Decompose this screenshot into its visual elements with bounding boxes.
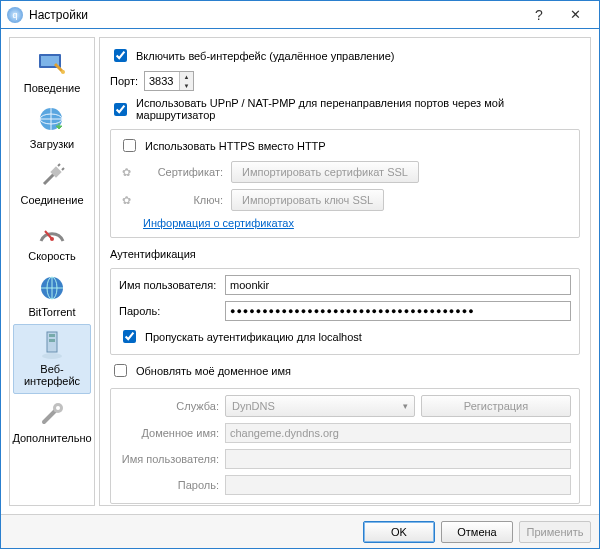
dyndns-group: Служба: DynDNS Регистрация Доменное имя:… xyxy=(110,388,580,504)
svg-rect-10 xyxy=(49,334,55,337)
sidebar-item-advanced[interactable]: Дополнительно xyxy=(13,394,91,450)
dyndns-pass-label: Пароль: xyxy=(119,479,219,491)
sidebar-item-behavior[interactable]: Поведение xyxy=(13,44,91,100)
skip-localhost-checkbox[interactable] xyxy=(123,330,136,343)
sidebar-item-bittorrent[interactable]: BitTorrent xyxy=(13,268,91,324)
username-input[interactable] xyxy=(225,275,571,295)
register-button[interactable]: Регистрация xyxy=(421,395,571,417)
service-label: Служба: xyxy=(119,400,219,412)
wrench-icon xyxy=(36,398,68,430)
import-key-button[interactable]: Импортировать ключ SSL xyxy=(231,189,384,211)
import-cert-button[interactable]: Импортировать сертификат SSL xyxy=(231,161,419,183)
cert-label: Сертификат: xyxy=(143,166,223,178)
dyndns-enable-label: Обновлять моё доменное имя xyxy=(136,365,291,377)
service-value: DynDNS xyxy=(232,400,275,412)
help-button[interactable]: ? xyxy=(521,7,557,23)
port-label: Порт: xyxy=(110,75,138,87)
spinner-buttons[interactable]: ▲▼ xyxy=(179,72,193,90)
sidebar-item-webui[interactable]: Веб-интерфейс xyxy=(13,324,91,394)
sidebar-item-speed[interactable]: Скорость xyxy=(13,212,91,268)
globe-download-icon xyxy=(36,104,68,136)
domain-input[interactable] xyxy=(225,423,571,443)
port-row: Порт: ▲▼ xyxy=(110,71,580,91)
svg-point-2 xyxy=(61,70,65,74)
dyndns-enable-row: Обновлять моё доменное имя xyxy=(110,361,580,380)
close-button[interactable]: ✕ xyxy=(557,7,593,22)
dyndns-pass-input[interactable] xyxy=(225,475,571,495)
https-group: Использовать HTTPS вместо HTTP ✿ Сертифи… xyxy=(110,129,580,238)
sidebar-item-label: Дополнительно xyxy=(12,432,91,444)
skip-localhost-label: Пропускать аутентификацию для localhost xyxy=(145,331,362,343)
cancel-button[interactable]: Отмена xyxy=(441,521,513,543)
sidebar-item-downloads[interactable]: Загрузки xyxy=(13,100,91,156)
sidebar-item-connection[interactable]: Соединение xyxy=(13,156,91,212)
service-combo[interactable]: DynDNS xyxy=(225,395,415,417)
https-label: Использовать HTTPS вместо HTTP xyxy=(145,140,326,152)
sidebar: Поведение Загрузки Соединение Скорость xyxy=(9,37,95,506)
username-label: Имя пользователя: xyxy=(119,279,219,291)
auth-title: Аутентификация xyxy=(110,248,580,260)
ok-button[interactable]: OK xyxy=(363,521,435,543)
window-body: Поведение Загрузки Соединение Скорость xyxy=(1,29,599,514)
https-checkbox[interactable] xyxy=(123,139,136,152)
footer: OK Отмена Применить xyxy=(1,514,599,548)
window-title: Настройки xyxy=(29,8,521,22)
content-panel: Включить веб-интерфейс (удалённое управл… xyxy=(99,37,591,506)
auth-group: Имя пользователя: Пароль: Пропускать аут… xyxy=(110,268,580,355)
sidebar-item-label: Загрузки xyxy=(30,138,74,150)
enable-webui-label: Включить веб-интерфейс (удалённое управл… xyxy=(136,50,394,62)
globe-icon xyxy=(36,272,68,304)
monitor-icon xyxy=(36,48,68,80)
svg-rect-11 xyxy=(49,339,55,342)
sidebar-item-label: Соединение xyxy=(20,194,83,206)
sidebar-item-label: BitTorrent xyxy=(28,306,75,318)
password-label: Пароль: xyxy=(119,305,219,317)
dyndns-user-input[interactable] xyxy=(225,449,571,469)
sidebar-item-label: Веб-интерфейс xyxy=(14,363,90,387)
dyndns-user-label: Имя пользователя: xyxy=(119,453,219,465)
settings-window: q Настройки ? ✕ Поведение Загрузки xyxy=(0,0,600,549)
upnp-checkbox[interactable] xyxy=(114,103,127,116)
gear-icon: ✿ xyxy=(119,193,133,207)
titlebar: q Настройки ? ✕ xyxy=(1,1,599,29)
apply-button[interactable]: Применить xyxy=(519,521,591,543)
app-icon: q xyxy=(7,7,23,23)
gear-icon: ✿ xyxy=(119,165,133,179)
plug-icon xyxy=(36,160,68,192)
key-label: Ключ: xyxy=(143,194,223,206)
upnp-row: Использовать UPnP / NAT-PMP для перенапр… xyxy=(110,97,580,121)
port-input[interactable] xyxy=(145,75,179,87)
enable-webui-row: Включить веб-интерфейс (удалённое управл… xyxy=(110,46,580,65)
domain-label: Доменное имя: xyxy=(119,427,219,439)
server-icon xyxy=(36,329,68,361)
enable-webui-checkbox[interactable] xyxy=(114,49,127,62)
upnp-label: Использовать UPnP / NAT-PMP для перенапр… xyxy=(136,97,580,121)
cert-info-link[interactable]: Информация о сертификатах xyxy=(143,217,294,229)
password-input[interactable] xyxy=(225,301,571,321)
svg-point-12 xyxy=(42,353,62,359)
dyndns-enable-checkbox[interactable] xyxy=(114,364,127,377)
gauge-icon xyxy=(36,216,68,248)
sidebar-item-label: Поведение xyxy=(24,82,81,94)
sidebar-item-label: Скорость xyxy=(28,250,76,262)
svg-point-14 xyxy=(56,406,60,410)
port-spinner[interactable]: ▲▼ xyxy=(144,71,194,91)
